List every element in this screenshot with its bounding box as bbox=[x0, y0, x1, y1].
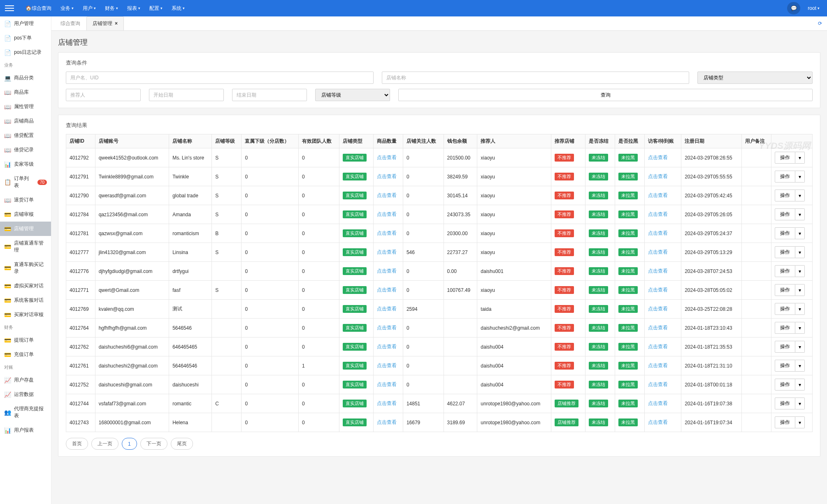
operate-dropdown[interactable]: ▾ bbox=[795, 341, 805, 353]
nav-config[interactable]: 配置▾ bbox=[145, 0, 167, 16]
store-level-select[interactable]: 店铺等级 bbox=[315, 89, 390, 101]
sidebar-item[interactable]: 👥代理商充提报表 bbox=[0, 402, 51, 423]
sidebar-item[interactable]: 💳店铺审核 bbox=[0, 207, 51, 222]
sidebar-item[interactable]: 💳充值订单 bbox=[0, 347, 51, 362]
sidebar-item[interactable]: 📈用户存盘 bbox=[0, 373, 51, 387]
visitor-link[interactable]: 点击查看 bbox=[648, 173, 668, 179]
goods-link[interactable]: 点击查看 bbox=[377, 155, 397, 160]
sidebar-item[interactable]: 📖借贷配置 bbox=[0, 128, 51, 143]
operate-dropdown[interactable]: ▾ bbox=[795, 416, 805, 428]
goods-link[interactable]: 点击查看 bbox=[377, 287, 397, 293]
sidebar-item[interactable]: 💳系统客服对话 bbox=[0, 293, 51, 307]
operate-button[interactable]: 操作 bbox=[775, 227, 795, 239]
goods-link[interactable]: 点击查看 bbox=[377, 268, 397, 274]
goods-link[interactable]: 点击查看 bbox=[377, 400, 397, 406]
goods-link[interactable]: 点击查看 bbox=[377, 363, 397, 368]
operate-dropdown[interactable]: ▾ bbox=[795, 190, 805, 201]
visitor-link[interactable]: 点击查看 bbox=[648, 306, 668, 312]
operate-dropdown[interactable]: ▾ bbox=[795, 398, 805, 409]
operate-dropdown[interactable]: ▾ bbox=[795, 227, 805, 239]
operate-dropdown[interactable]: ▾ bbox=[795, 265, 805, 277]
operate-button[interactable]: 操作 bbox=[775, 303, 795, 315]
nav-finance[interactable]: 财务▾ bbox=[101, 0, 122, 16]
nav-system[interactable]: 系统▾ bbox=[167, 0, 189, 16]
operate-button[interactable]: 操作 bbox=[775, 416, 795, 428]
operate-button[interactable]: 操作 bbox=[775, 171, 795, 183]
sidebar-item[interactable]: 📊卖家等级 bbox=[0, 157, 51, 171]
user-menu[interactable]: root▾ bbox=[805, 5, 822, 11]
goods-link[interactable]: 点击查看 bbox=[377, 173, 397, 179]
nav-business[interactable]: 业务▾ bbox=[56, 0, 78, 16]
page-last[interactable]: 尾页 bbox=[171, 438, 193, 450]
visitor-link[interactable]: 点击查看 bbox=[648, 155, 668, 160]
goods-link[interactable]: 点击查看 bbox=[377, 344, 397, 349]
operate-dropdown[interactable]: ▾ bbox=[795, 208, 805, 220]
tab-store-mgmt[interactable]: 店铺管理× bbox=[86, 16, 124, 30]
operate-button[interactable]: 操作 bbox=[775, 152, 795, 164]
store-type-select[interactable]: 店铺类型 bbox=[697, 72, 813, 84]
operate-button[interactable]: 操作 bbox=[775, 284, 795, 296]
visitor-link[interactable]: 点击查看 bbox=[648, 230, 668, 236]
sidebar-item[interactable]: 📖退货订单 bbox=[0, 193, 51, 207]
goods-link[interactable]: 点击查看 bbox=[377, 419, 397, 425]
page-prev[interactable]: 上一页 bbox=[91, 438, 118, 450]
sidebar-item[interactable]: 📖商品库 bbox=[0, 85, 51, 99]
goods-link[interactable]: 点击查看 bbox=[377, 306, 397, 312]
page-next[interactable]: 下一页 bbox=[140, 438, 167, 450]
sidebar-item[interactable]: 📈运营数据 bbox=[0, 387, 51, 402]
operate-dropdown[interactable]: ▾ bbox=[795, 379, 805, 391]
goods-link[interactable]: 点击查看 bbox=[377, 192, 397, 198]
goods-link[interactable]: 点击查看 bbox=[377, 230, 397, 236]
operate-button[interactable]: 操作 bbox=[775, 190, 795, 201]
nav-report[interactable]: 报表▾ bbox=[123, 0, 144, 16]
nav-user[interactable]: 用户▾ bbox=[79, 0, 100, 16]
goods-link[interactable]: 点击查看 bbox=[377, 325, 397, 331]
operate-button[interactable]: 操作 bbox=[775, 265, 795, 277]
end-date-input[interactable] bbox=[232, 89, 307, 101]
operate-dropdown[interactable]: ▾ bbox=[795, 246, 805, 258]
query-button[interactable]: 查询 bbox=[398, 89, 813, 101]
sidebar-item[interactable]: 💳店铺管理 bbox=[0, 222, 51, 236]
visitor-link[interactable]: 点击查看 bbox=[648, 192, 668, 198]
user-input[interactable] bbox=[66, 72, 374, 84]
sidebar-item[interactable]: 📄用户管理 bbox=[0, 16, 51, 31]
sidebar-item[interactable]: 💳虚拟买家对话 bbox=[0, 279, 51, 293]
sidebar-item[interactable]: 💳店铺直通车管理 bbox=[0, 236, 51, 257]
visitor-link[interactable]: 点击查看 bbox=[648, 400, 668, 406]
operate-button[interactable]: 操作 bbox=[775, 208, 795, 220]
chat-button[interactable]: 💬 bbox=[787, 2, 800, 14]
operate-button[interactable]: 操作 bbox=[775, 341, 795, 353]
goods-link[interactable]: 点击查看 bbox=[377, 249, 397, 255]
operate-dropdown[interactable]: ▾ bbox=[795, 360, 805, 372]
visitor-link[interactable]: 点击查看 bbox=[648, 419, 668, 425]
close-icon[interactable]: × bbox=[115, 21, 118, 26]
operate-button[interactable]: 操作 bbox=[775, 322, 795, 334]
sidebar-item[interactable]: 📖属性管理 bbox=[0, 99, 51, 114]
operate-dropdown[interactable]: ▾ bbox=[795, 322, 805, 334]
goods-link[interactable]: 点击查看 bbox=[377, 381, 397, 387]
operate-dropdown[interactable]: ▾ bbox=[795, 171, 805, 183]
sidebar-item[interactable]: 💳提现订单 bbox=[0, 333, 51, 347]
operate-button[interactable]: 操作 bbox=[775, 379, 795, 391]
sidebar-item[interactable]: 📄pos日志记录 bbox=[0, 45, 51, 60]
sidebar-item[interactable]: 📋订单列表70 bbox=[0, 171, 51, 193]
operate-button[interactable]: 操作 bbox=[775, 360, 795, 372]
operate-button[interactable]: 操作 bbox=[775, 246, 795, 258]
operate-button[interactable]: 操作 bbox=[775, 398, 795, 409]
page-first[interactable]: 首页 bbox=[66, 438, 88, 450]
tab-overview[interactable]: 综合查询 bbox=[55, 17, 86, 30]
visitor-link[interactable]: 点击查看 bbox=[648, 325, 668, 331]
sidebar-item[interactable]: 📄pos下单 bbox=[0, 31, 51, 45]
sidebar-item[interactable]: 📖店铺商品 bbox=[0, 114, 51, 128]
sidebar-item[interactable]: 💻商品分类 bbox=[0, 71, 51, 85]
visitor-link[interactable]: 点击查看 bbox=[648, 381, 668, 387]
sidebar-item[interactable]: 📖借贷记录 bbox=[0, 143, 51, 157]
page-current[interactable]: 1 bbox=[122, 438, 137, 450]
operate-dropdown[interactable]: ▾ bbox=[795, 303, 805, 315]
visitor-link[interactable]: 点击查看 bbox=[648, 249, 668, 255]
nav-home[interactable]: 🏠 综合查询 bbox=[21, 0, 56, 16]
start-date-input[interactable] bbox=[149, 89, 224, 101]
referrer-input[interactable] bbox=[66, 89, 141, 101]
goods-link[interactable]: 点击查看 bbox=[377, 211, 397, 217]
visitor-link[interactable]: 点击查看 bbox=[648, 363, 668, 368]
